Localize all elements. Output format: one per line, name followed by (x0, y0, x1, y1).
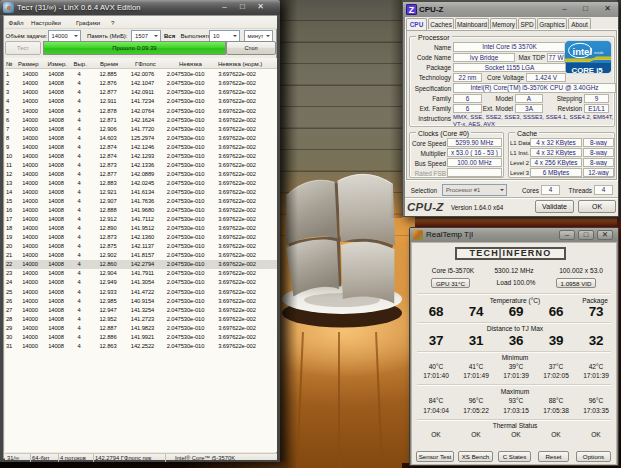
svg-text:CORE i5: CORE i5 (572, 66, 604, 75)
svg-text:inside: inside (594, 51, 603, 55)
